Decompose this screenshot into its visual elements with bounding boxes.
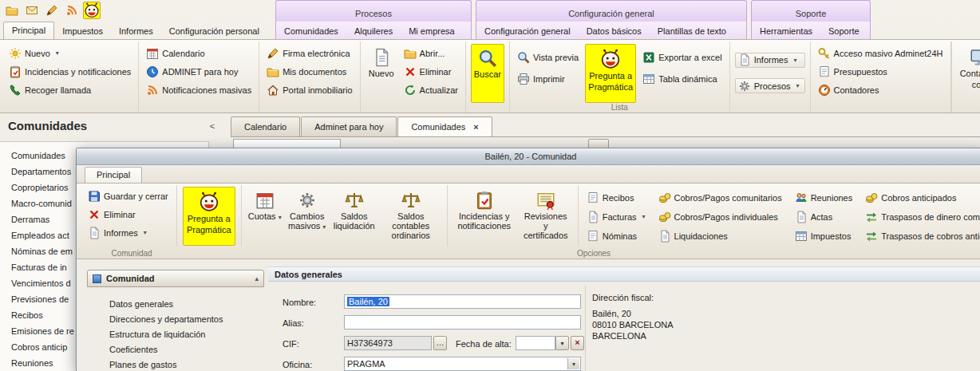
cobros-pagos-individuales-button[interactable]: Cobros/Pagos individuales [656,209,784,224]
doc-tab-calendario[interactable]: Calendario [231,116,300,136]
people-icon [795,191,808,204]
dialog-informes-button[interactable]: Informes [85,225,171,240]
cobros-anticipados-button[interactable]: Cobros anticipados [863,190,980,205]
dialog-incidencias-button[interactable]: Incidencias y notificaciones [453,187,516,245]
cif-field[interactable]: H37364973 [344,336,432,350]
nav-header-comunidad[interactable]: Comunidad [87,270,264,287]
dialog-titlebar[interactable]: Bailén, 20 - Comunidad [77,148,980,165]
incidencias-button[interactable]: Incidencias y notificaciones [6,64,133,79]
tab-informes[interactable]: Informes [111,23,161,39]
calendario-button[interactable]: Calendario [144,45,254,61]
reuniones-button[interactable]: Reuniones [792,190,856,205]
quick-broadcast-button[interactable] [63,2,81,19]
doc-tab-comunidades[interactable]: Comunidades [397,116,492,136]
oficina-combo[interactable]: PRAGMA [344,357,581,371]
dialog-title: Bailén, 20 - Comunidad [485,152,577,161]
saldos-contables-button[interactable]: Saldos contables ordinarios [381,187,441,245]
quick-access-toolbar [3,2,101,19]
firma-electronica-button[interactable]: Firma electrónica [264,45,354,61]
pragmatica-mascot-icon [84,2,100,18]
quick-signature-button[interactable] [43,2,61,19]
tab-principal[interactable]: Principal [3,22,54,39]
tab-mi-empresa[interactable]: Mi empresa [401,23,462,39]
cuotas-button[interactable]: Cuotas [247,187,283,245]
direccion-line: Bailén, 20 [592,308,824,319]
nav-item-planes-gastos[interactable]: Planes de gastos [109,357,264,371]
dialog-group-comunidad: Guardar y cerrar Eliminar Informes [80,185,177,247]
tab-datos-basicos[interactable]: Datos básicos [579,23,650,39]
nominas-button[interactable]: Nóminas [584,228,648,243]
portal-inmobiliario-button[interactable]: Portal inmobiliario [264,82,354,97]
actualizar-button[interactable]: Actualizar [401,82,460,97]
folder-icon [6,4,18,17]
ribbon-group-contactar: Contactar con [951,41,980,112]
actas-button[interactable]: Actas [792,209,856,224]
tab-configuracion-personal[interactable]: Configuración personal [161,23,267,39]
facturas-button[interactable]: Facturas [584,209,648,224]
quick-pragmatica-button[interactable] [83,2,101,19]
tab-plantillas-texto[interactable]: Plantillas de texto [650,23,734,39]
quick-mail-button[interactable] [23,2,41,19]
chevron-up-icon[interactable] [255,274,259,282]
quick-new-button[interactable] [3,2,21,19]
tab-alquileres[interactable]: Alquileres [346,23,401,39]
cif-lookup-button[interactable] [433,336,447,350]
guardar-cerrar-button[interactable]: Guardar y cerrar [85,188,171,203]
recoger-llamada-button[interactable]: Recoger llamada [6,82,133,97]
nav-item-estructura[interactable]: Estructura de liquidación [109,327,264,342]
nombre-field[interactable]: Bailén, 20 [344,294,581,309]
adminet-hoy-button[interactable]: ADMINET para hoy [144,64,254,79]
combo-arrow-icon[interactable] [567,358,579,369]
doc-tab-adminet-hoy[interactable]: Adminet para hoy [301,116,397,136]
revisiones-button[interactable]: Revisiones y certificados [520,187,572,245]
dialog-eliminar-button[interactable]: Eliminar [85,207,171,222]
coins-icon [865,191,878,204]
tab-soporte[interactable]: Soporte [820,23,867,39]
dialog-pregunta-pragmatica-button[interactable]: Pregunta a Pragmática [183,187,235,246]
cambios-masivos-button[interactable]: Cambios masivos [286,187,328,245]
fecha-dropdown-button[interactable] [555,336,569,350]
saldos-liquidacion-button[interactable]: Saldos liquidación [332,187,377,245]
tab-configuracion-general[interactable]: Configuración general [476,23,579,39]
nav-item-direcciones[interactable]: Direcciones y departamentos [109,312,264,327]
fecha-clear-button[interactable] [571,336,584,350]
informes-menu-button[interactable]: Informes [735,53,805,68]
cif-label: CIF: [283,337,299,351]
recibos-button[interactable]: Recibos [584,190,648,205]
impuestos-button[interactable]: Impuestos [792,228,856,243]
contactar-button[interactable]: Contactar con [957,44,980,110]
presupuestos-button[interactable]: Presupuestos [816,64,946,79]
contadores-button[interactable]: Contadores [816,82,946,97]
tab-comunidades[interactable]: Comunidades [276,23,346,39]
imprimir-button[interactable]: Imprimir [515,71,581,86]
tabla-dinamica-button[interactable]: Tabla dinámica [640,71,724,86]
traspasos-dinero-button[interactable]: Traspasos de dinero comunitari [863,209,980,224]
notificaciones-masivas-button[interactable]: Notificaciones masivas [144,82,254,97]
coins-icon [658,191,671,204]
nav-item-datos-generales[interactable]: Datos generales [109,297,264,312]
liquidaciones-button[interactable]: Liquidaciones [656,228,784,243]
nav-item-coeficientes[interactable]: Coeficientes [109,342,264,357]
tab-impuestos[interactable]: Impuestos [54,23,111,39]
eliminar-button[interactable]: Eliminar [401,64,460,79]
tab-herramientas[interactable]: Herramientas [752,23,820,39]
new-menu-button[interactable]: Nuevo [6,45,133,61]
acceso-masivo-button[interactable]: Acceso masivo Adminet24H [816,45,946,61]
exportar-excel-button[interactable]: Exportar a excel [640,50,724,65]
cobros-pagos-comunitarios-button[interactable]: Cobros/Pagos comunitarios [656,190,784,205]
fecha-alta-field[interactable] [516,336,555,350]
alias-field[interactable] [344,315,581,330]
close-tab-icon[interactable] [473,122,478,132]
section-header: Datos generales [268,266,980,282]
vista-previa-button[interactable]: Vista previa [515,50,581,65]
abrir-button[interactable]: Abrir... [401,45,460,61]
buscar-button[interactable]: Buscar [471,44,504,103]
dialog-tab-principal[interactable]: Principal [85,167,142,183]
nuevo-button[interactable]: Nuevo [366,44,397,110]
mis-documentos-button[interactable]: Mis documentos [264,64,354,79]
traspasos-cobros-button[interactable]: Traspasos de cobros anticipad [863,228,980,243]
procesos-menu-button[interactable]: Procesos [735,78,805,93]
collapse-sidebar-button[interactable] [206,120,219,132]
gauge-icon [818,84,831,97]
pregunta-pragmatica-button[interactable]: Pregunta a Pragmática [585,44,636,103]
